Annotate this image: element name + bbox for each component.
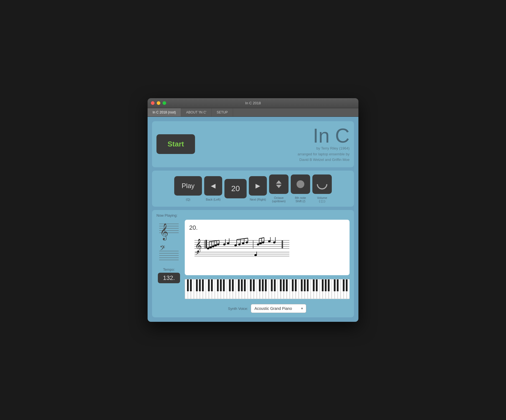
next-button[interactable]: ▶ [249,176,267,196]
next-label: Next (Right) [250,198,266,201]
triangle-up-icon [276,180,282,184]
svg-text:𝄢: 𝄢 [160,244,165,253]
octave-label: Octave (up/down) [272,196,286,203]
svg-rect-142 [274,279,275,291]
svg-rect-121 [187,279,189,291]
octave-button[interactable] [269,174,289,194]
window-title: In C 2018 [245,101,261,105]
staff-svg: 𝄞 𝄢 [156,221,181,263]
tempo-display: 132. [158,273,180,283]
header-section: Start In C by Terry Riley (1964) arrange… [152,121,354,167]
svg-rect-140 [265,279,267,291]
svg-rect-136 [250,279,252,291]
svg-rect-130 [223,279,225,291]
svg-rect-131 [229,279,231,291]
svg-rect-23 [206,240,206,249]
volume-label: Volume ( [ ] ) [317,196,327,203]
svg-rect-148 [301,279,303,291]
controls-section: Play (Q) ◀ Back (Left) 20 ▶ Next (Right) [152,171,354,207]
triangle-down-icon [276,185,282,188]
controls-row: Play (Q) ◀ Back (Left) 20 ▶ Next (Right) [156,174,350,203]
next-group: ▶ Next (Right) [249,176,267,201]
svg-line-58 [259,238,264,239]
play-button[interactable]: Play [174,176,202,196]
now-playing-label: Now Playing: [156,213,350,217]
play-label: (Q) [186,198,190,201]
play-group: Play (Q) [174,176,202,201]
volume-arc-icon [315,177,330,192]
staff-area: 𝄞 𝄢 [156,220,181,264]
svg-rect-129 [220,279,222,291]
tempo-label: Tempo: [158,267,180,272]
svg-rect-147 [295,279,297,291]
svg-rect-155 [328,279,330,291]
current-number: 20 [224,179,247,198]
note-shift-group: 8th note Shift (/) [291,174,310,203]
svg-rect-135 [244,279,246,291]
svg-rect-144 [283,279,285,291]
subtitle: by Terry Riley (1964) arranged for lapto… [298,146,350,163]
svg-rect-134 [241,279,243,291]
back-label: Back (Left) [206,198,221,201]
svg-rect-154 [325,279,327,291]
svg-rect-132 [232,279,234,291]
svg-rect-122 [190,279,192,291]
svg-rect-146 [292,279,294,291]
right-panel: 20. [185,220,350,314]
score-notation: 𝄞 𝄢 [189,234,295,259]
in-c-title: In C [298,126,350,146]
minimize-button[interactable] [157,101,160,105]
svg-rect-133 [238,279,240,291]
piano-keyboard [185,278,350,300]
close-button[interactable] [151,101,155,105]
svg-rect-156 [334,279,335,291]
octave-arrows-icon [276,180,282,188]
volume-button[interactable] [312,174,332,194]
svg-rect-143 [280,279,282,291]
left-panel: 𝄞 𝄢 Tempo: 132. [156,220,181,283]
synth-row: Synth Voice: Acoustic Grand Piano Bright… [185,303,350,314]
synth-select-wrapper[interactable]: Acoustic Grand Piano Bright Acoustic Pia… [251,304,306,313]
svg-rect-139 [262,279,264,291]
synth-voice-select[interactable]: Acoustic Grand Piano Bright Acoustic Pia… [251,304,306,313]
tab-root[interactable]: In C 2018 (root) [148,108,181,117]
maximize-button[interactable] [163,101,166,105]
svg-rect-123 [196,279,198,291]
back-button[interactable]: ◀ [204,176,222,196]
svg-text:𝄢: 𝄢 [195,250,199,257]
tabs-bar: In C 2018 (root) ABOUT 'IN C' SETUP [148,108,358,117]
svg-rect-125 [202,279,204,291]
bottom-section: Now Playing: 𝄞 [152,210,354,317]
svg-rect-152 [316,279,318,291]
circle-icon [297,180,304,188]
window-controls [151,101,166,105]
svg-rect-137 [253,279,255,291]
svg-rect-145 [286,279,288,291]
keyboard-svg [185,278,350,300]
svg-rect-151 [313,279,315,291]
title-area: In C by Terry Riley (1964) arranged for … [298,126,350,163]
app-window: In C 2018 In C 2018 (root) ABOUT 'IN C' … [148,98,358,322]
tab-setup[interactable]: SETUP [212,108,233,117]
svg-text:𝄞: 𝄞 [160,223,168,241]
note-shift-label: 8th note Shift (/) [295,196,306,203]
svg-rect-126 [208,279,210,291]
start-button[interactable]: Start [156,134,195,154]
synth-label: Synth Voice: [228,307,248,311]
back-group: ◀ Back (Left) [204,176,222,201]
tempo-section: Tempo: 132. [158,267,180,283]
svg-rect-24 [206,240,207,249]
svg-rect-159 [346,279,348,291]
tab-about[interactable]: ABOUT 'IN C' [181,108,212,117]
svg-rect-127 [211,279,213,291]
bottom-content: 𝄞 𝄢 Tempo: 132. [156,220,350,314]
svg-rect-149 [304,279,305,291]
octave-group: Octave (up/down) [269,174,289,203]
title-bar: In C 2018 [148,98,358,108]
note-shift-button[interactable] [291,174,310,194]
svg-rect-141 [271,279,273,291]
score-number: 20. [189,224,198,231]
svg-rect-157 [337,279,338,291]
svg-rect-150 [307,279,308,291]
svg-rect-128 [217,279,219,291]
